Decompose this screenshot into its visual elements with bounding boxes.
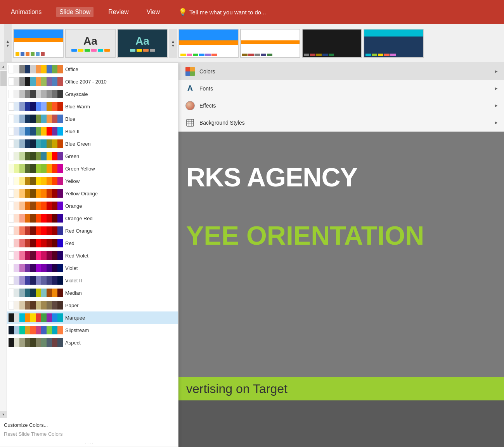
menu-item-colors[interactable]: Colors ▶: [178, 63, 504, 80]
theme-thumb-3[interactable]: Aa: [117, 29, 168, 58]
menu-item-background[interactable]: Background Styles ▶: [178, 114, 504, 131]
orangered-label: Orange Red: [65, 216, 93, 221]
color-item-aspect[interactable]: Aspect: [7, 336, 178, 349]
aspect-label: Aspect: [65, 340, 81, 346]
colors-menu-label: Colors: [199, 68, 491, 75]
color-item-blueii[interactable]: Blue II: [7, 125, 178, 137]
resize-handle: · · · ·: [0, 441, 178, 447]
tab-animations[interactable]: Animations: [8, 7, 45, 17]
violetii-label: Violet II: [65, 278, 82, 284]
redviolet-swatches: [9, 251, 63, 260]
color-band-thumb-1[interactable]: [178, 29, 239, 58]
slide-title: RKS AGENCY: [186, 163, 357, 192]
violet-swatches: [9, 264, 63, 272]
color-item-median[interactable]: Median: [7, 287, 178, 299]
orange-swatches: [9, 202, 63, 210]
tell-me-box[interactable]: 💡 Tell me what you want to do...: [178, 8, 266, 16]
tab-slideshow[interactable]: Slide Show: [56, 7, 94, 17]
color-item-redorange[interactable]: Red Orange: [7, 224, 178, 237]
color-item-yelloworange[interactable]: Yellow Orange: [7, 187, 178, 200]
separator-line: [500, 132, 500, 447]
dropdown-footer: Customize Colors... Reset Slide Theme Co…: [0, 418, 178, 441]
color-band-thumb-3[interactable]: [302, 29, 362, 58]
color-item-greenyellow[interactable]: Green Yellow: [7, 162, 178, 175]
theme-thumb-2[interactable]: Aa: [65, 29, 116, 58]
median-label: Median: [65, 290, 82, 296]
color-item-violet[interactable]: Violet: [7, 262, 178, 274]
yelloworange-label: Yellow Orange: [65, 191, 98, 197]
color-item-blue[interactable]: Blue: [7, 113, 178, 125]
greenyellow-swatches: [9, 164, 63, 173]
yellow-label: Yellow: [65, 178, 80, 184]
office-label: Office: [65, 66, 78, 72]
svg-rect-0: [187, 119, 194, 126]
customize-colors-link[interactable]: Customize Colors...: [4, 421, 174, 430]
bluegreen-label: Blue Green: [65, 141, 91, 147]
color-item-orangered[interactable]: Orange Red: [7, 212, 178, 224]
color-item-bluegreen[interactable]: Blue Green: [7, 137, 178, 150]
theme-selector-row: ▲▼ Aa Aa: [0, 24, 504, 63]
paper-swatches: [9, 301, 63, 310]
grayscale-swatches: [9, 90, 63, 98]
office2007-label: Office 2007 - 2010: [65, 79, 107, 85]
green-label: Green: [65, 153, 79, 159]
violet-label: Violet: [65, 265, 78, 271]
color-item-office2007[interactable]: Office 2007 - 2010: [7, 75, 178, 88]
background-menu-arrow: ▶: [495, 120, 498, 125]
fonts-icon-letter: A: [185, 83, 196, 94]
color-item-redviolet[interactable]: Red Violet: [7, 249, 178, 262]
color-band-thumb-4[interactable]: [364, 29, 424, 58]
theme-menu-items: Colors ▶ A Fonts ▶ Effects ▶: [178, 63, 504, 132]
lightbulb-icon: 💡: [178, 8, 187, 16]
background-menu-label: Background Styles: [199, 120, 491, 126]
color-dropdown: ▲ ▼: [0, 63, 178, 447]
dropdown-scrollbar[interactable]: ▲ ▼: [0, 63, 7, 418]
red-swatches: [9, 239, 63, 247]
color-item-grayscale[interactable]: Grayscale: [7, 88, 178, 100]
color-item-marquee[interactable]: Marquee: [7, 311, 178, 324]
color-item-office[interactable]: Office: [7, 63, 178, 75]
effects-menu-icon: [185, 100, 196, 111]
fonts-menu-arrow: ▶: [495, 86, 498, 90]
office-swatches: [9, 65, 63, 73]
blueii-swatches: [9, 127, 63, 136]
color-item-bluewarm[interactable]: Blue Warm: [7, 100, 178, 113]
tab-review[interactable]: Review: [105, 7, 132, 17]
tab-view[interactable]: View: [144, 7, 163, 17]
orangered-swatches: [9, 214, 63, 223]
color-band-thumb-2[interactable]: [240, 29, 300, 58]
menu-item-effects[interactable]: Effects ▶: [178, 97, 504, 114]
violetii-swatches: [9, 276, 63, 285]
effects-menu-arrow: ▶: [495, 103, 498, 108]
background-menu-icon: [185, 117, 196, 128]
ribbon-bar: Animations Slide Show Review View 💡 Tell…: [0, 0, 504, 24]
slide-green-band: vertising on Target: [178, 377, 504, 400]
scroll-up-btn[interactable]: ▲: [0, 63, 7, 70]
tell-me-text: Tell me what you want to do...: [189, 9, 266, 16]
red-label: Red: [65, 240, 74, 246]
theme-scroll-up[interactable]: ▲▼: [4, 24, 12, 63]
reset-theme-colors-link: Reset Slide Theme Colors: [4, 430, 174, 438]
paper-label: Paper: [65, 303, 79, 308]
color-item-green[interactable]: Green: [7, 150, 178, 162]
color-item-red[interactable]: Red: [7, 237, 178, 249]
effects-menu-label: Effects: [199, 103, 491, 109]
office2007-swatches: [9, 77, 63, 86]
right-panel: Colors ▶ A Fonts ▶ Effects ▶: [178, 63, 504, 447]
scroll-down-btn[interactable]: ▼: [0, 411, 7, 418]
slipstream-swatches: [9, 326, 63, 334]
color-item-paper[interactable]: Paper: [7, 299, 178, 311]
color-item-violetii[interactable]: Violet II: [7, 274, 178, 287]
menu-item-fonts[interactable]: A Fonts ▶: [178, 80, 504, 97]
color-item-orange[interactable]: Orange: [7, 200, 178, 212]
colors-menu-icon: [185, 66, 196, 77]
theme-thumb-1[interactable]: [13, 29, 64, 58]
fonts-menu-icon: A: [185, 83, 196, 94]
green-swatches: [9, 152, 63, 160]
theme-scroll-down[interactable]: ▲▼: [169, 29, 177, 58]
slide-bottom-gray: [178, 400, 504, 447]
redorange-label: Red Orange: [65, 228, 93, 234]
color-item-yellow[interactable]: Yellow: [7, 175, 178, 187]
marquee-label: Marquee: [65, 315, 85, 321]
color-item-slipstream[interactable]: Slipstream: [7, 324, 178, 336]
